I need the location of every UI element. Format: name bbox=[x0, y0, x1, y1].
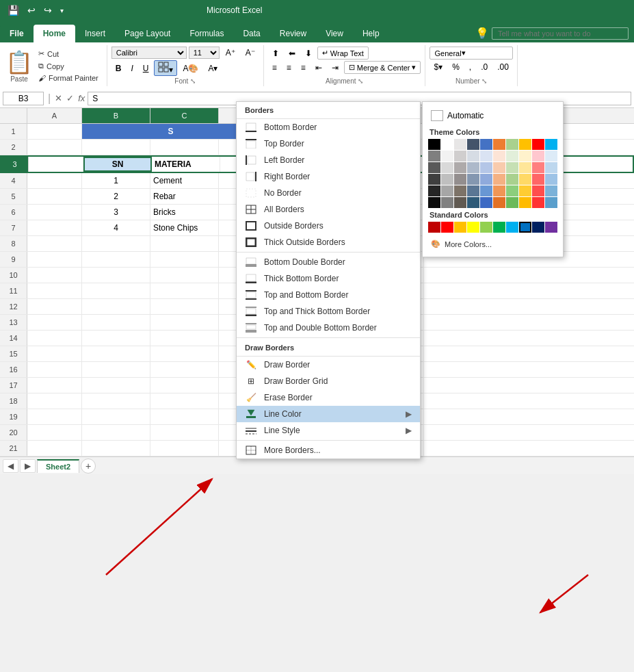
increase-font-button[interactable]: A⁺ bbox=[222, 47, 239, 59]
theme-color-swatch[interactable] bbox=[428, 162, 440, 173]
theme-color-swatch[interactable] bbox=[454, 162, 466, 173]
decrease-font-button[interactable]: A⁻ bbox=[241, 47, 259, 59]
cell-a11[interactable] bbox=[27, 283, 82, 298]
cell-b12[interactable] bbox=[82, 299, 150, 314]
tab-file[interactable]: File bbox=[0, 25, 34, 42]
cell-a15[interactable] bbox=[27, 346, 82, 361]
tab-home[interactable]: Home bbox=[34, 25, 75, 42]
cell-c14[interactable] bbox=[150, 331, 219, 346]
cell-b14[interactable] bbox=[82, 331, 150, 346]
cell-b20[interactable] bbox=[82, 425, 150, 440]
theme-color-swatch[interactable] bbox=[506, 139, 518, 150]
tab-help[interactable]: Help bbox=[353, 25, 389, 42]
increase-decimal-button[interactable]: .00 bbox=[493, 61, 513, 73]
theme-color-swatch[interactable] bbox=[454, 185, 466, 196]
cell-a20[interactable] bbox=[27, 425, 82, 440]
cell-b9[interactable] bbox=[82, 252, 150, 267]
cell-a3[interactable] bbox=[29, 157, 83, 172]
redo-button[interactable]: ↪ bbox=[42, 3, 54, 17]
tab-view[interactable]: View bbox=[316, 25, 353, 42]
comma-button[interactable]: , bbox=[465, 61, 475, 73]
bold-button[interactable]: B bbox=[111, 62, 126, 75]
align-center-button[interactable]: ≡ bbox=[282, 62, 295, 74]
cell-c19[interactable] bbox=[150, 409, 219, 424]
cell-a10[interactable] bbox=[27, 268, 82, 283]
standard-color-swatch[interactable] bbox=[493, 222, 505, 233]
cell-b18[interactable] bbox=[82, 393, 150, 409]
theme-color-swatch[interactable] bbox=[506, 197, 518, 208]
theme-color-swatch[interactable] bbox=[545, 151, 557, 161]
align-bottom-button[interactable]: ⬇ bbox=[301, 47, 316, 60]
theme-color-swatch[interactable] bbox=[532, 139, 544, 150]
theme-color-swatch[interactable] bbox=[441, 139, 453, 150]
cell-a14[interactable] bbox=[27, 331, 82, 346]
cell-a6[interactable] bbox=[27, 205, 82, 220]
top-and-thick-bottom-border-item[interactable]: Top and Thick Bottom Border bbox=[237, 303, 420, 320]
thick-outside-borders-item[interactable]: Thick Outside Borders bbox=[237, 234, 420, 250]
tab-formulas[interactable]: Formulas bbox=[180, 25, 233, 42]
sheet-tab-sheet2[interactable]: Sheet2 bbox=[37, 459, 79, 473]
theme-color-swatch[interactable] bbox=[545, 185, 557, 196]
align-left-button[interactable]: ≡ bbox=[268, 62, 281, 74]
theme-color-swatch[interactable] bbox=[532, 174, 544, 185]
cell-c10[interactable] bbox=[150, 268, 219, 283]
theme-color-swatch[interactable] bbox=[428, 185, 440, 196]
standard-color-swatch[interactable] bbox=[532, 222, 544, 233]
cell-c20[interactable] bbox=[150, 425, 219, 440]
theme-color-swatch[interactable] bbox=[506, 174, 518, 185]
theme-color-swatch[interactable] bbox=[506, 151, 518, 161]
tab-review[interactable]: Review bbox=[270, 25, 316, 42]
theme-color-swatch[interactable] bbox=[441, 162, 453, 173]
cancel-icon[interactable]: ✕ bbox=[55, 93, 62, 103]
cell-b1[interactable]: S bbox=[82, 124, 260, 139]
italic-button[interactable]: I bbox=[127, 62, 137, 75]
theme-color-swatch[interactable] bbox=[480, 174, 492, 185]
cell-b19[interactable] bbox=[82, 409, 150, 424]
outside-borders-item[interactable]: Outside Borders bbox=[237, 218, 420, 234]
theme-color-swatch[interactable] bbox=[493, 174, 505, 185]
cell-c5[interactable]: Rebar bbox=[150, 189, 219, 204]
cell-c4[interactable]: Cement bbox=[150, 173, 219, 188]
theme-color-swatch[interactable] bbox=[428, 151, 440, 161]
theme-color-swatch[interactable] bbox=[467, 174, 479, 185]
more-borders-item[interactable]: More Borders... bbox=[237, 442, 420, 458]
confirm-icon[interactable]: ✓ bbox=[66, 93, 74, 103]
theme-color-swatch[interactable] bbox=[441, 174, 453, 185]
theme-color-swatch[interactable] bbox=[480, 185, 492, 196]
cell-c15[interactable] bbox=[150, 346, 219, 361]
top-and-bottom-border-item[interactable]: Top and Bottom Border bbox=[237, 287, 420, 303]
decrease-decimal-button[interactable]: .0 bbox=[477, 61, 492, 73]
cell-a12[interactable] bbox=[27, 299, 82, 314]
underline-button[interactable]: U bbox=[139, 62, 153, 75]
theme-color-swatch[interactable] bbox=[519, 139, 531, 150]
standard-color-swatch[interactable] bbox=[441, 222, 453, 233]
cell-c11[interactable] bbox=[150, 283, 219, 298]
theme-color-swatch[interactable] bbox=[441, 197, 453, 208]
standard-color-swatch[interactable] bbox=[428, 222, 440, 233]
line-color-item[interactable]: Line Color ▶ bbox=[237, 406, 420, 422]
tab-insert[interactable]: Insert bbox=[75, 25, 115, 42]
cell-b21[interactable] bbox=[82, 441, 150, 456]
theme-color-swatch[interactable] bbox=[454, 174, 466, 185]
cell-b17[interactable] bbox=[82, 378, 150, 393]
cut-button[interactable]: ✂ Cut bbox=[36, 48, 101, 60]
theme-color-swatch[interactable] bbox=[493, 139, 505, 150]
standard-color-swatch[interactable] bbox=[545, 222, 557, 233]
copy-button[interactable]: ⧉ Copy bbox=[36, 60, 101, 72]
theme-color-swatch[interactable] bbox=[532, 197, 544, 208]
undo-button[interactable]: ↩ bbox=[25, 3, 38, 17]
theme-color-swatch[interactable] bbox=[519, 162, 531, 173]
theme-color-swatch[interactable] bbox=[545, 197, 557, 208]
theme-color-swatch[interactable] bbox=[545, 139, 557, 150]
paste-button[interactable]: 📋 Paste bbox=[5, 49, 33, 83]
top-and-double-bottom-border-item[interactable]: Top and Double Bottom Border bbox=[237, 320, 420, 336]
cell-c2[interactable] bbox=[150, 140, 219, 155]
cell-reference-input[interactable] bbox=[3, 92, 44, 105]
cell-b3[interactable]: SN bbox=[83, 157, 152, 172]
cell-b8[interactable] bbox=[82, 236, 150, 251]
scroll-right-button[interactable]: ▶ bbox=[20, 459, 36, 473]
cell-b5[interactable]: 2 bbox=[82, 189, 150, 204]
search-input[interactable] bbox=[492, 27, 629, 40]
cell-b13[interactable] bbox=[82, 315, 150, 330]
decrease-indent-button[interactable]: ⇤ bbox=[311, 62, 326, 74]
